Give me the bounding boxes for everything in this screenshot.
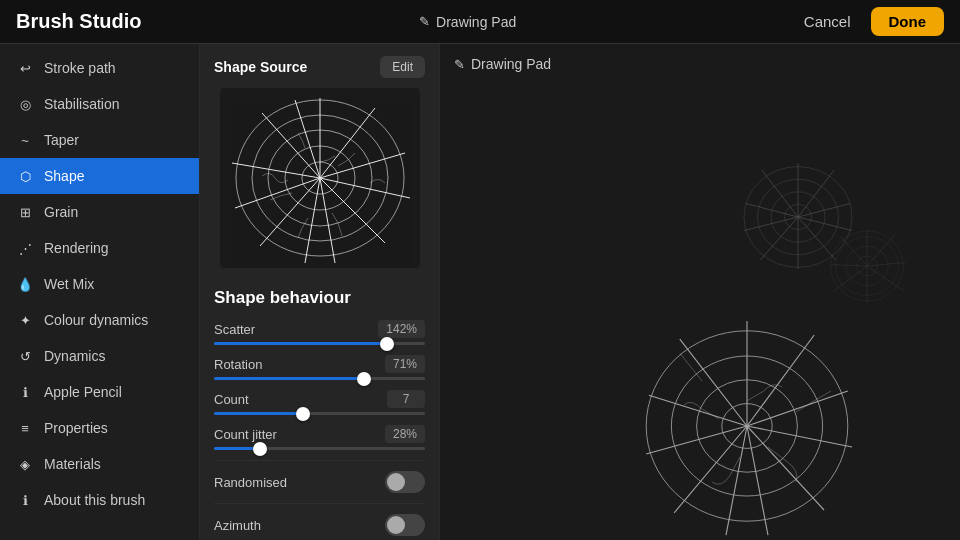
- sidebar-label-properties: Properties: [44, 420, 108, 436]
- svg-line-10: [262, 113, 320, 178]
- toggle-randomised[interactable]: [385, 471, 425, 493]
- control-count: Count 7: [214, 390, 425, 415]
- drawing-pad-label-header: ✎ Drawing Pad: [419, 14, 516, 30]
- svg-line-1: [320, 108, 375, 178]
- shape-source-panel: Shape Source Edit: [200, 44, 440, 540]
- sidebar-item-stabilisation[interactable]: ◎ Stabilisation: [0, 86, 199, 122]
- done-button[interactable]: Done: [871, 7, 945, 36]
- control-label-scatter: Scatter: [214, 322, 255, 337]
- svg-line-40: [649, 395, 747, 426]
- sidebar-label-apple-pencil: Apple Pencil: [44, 384, 122, 400]
- main-layout: ↩ Stroke path ◎ Stabilisation ~ Taper ⬡ …: [0, 44, 960, 540]
- control-value-rotation: 71%: [385, 355, 425, 373]
- control-label-row-rotation: Rotation 71%: [214, 355, 425, 373]
- toggle-knob-azimuth: [387, 516, 405, 534]
- slider-thumb-count[interactable]: [296, 407, 310, 421]
- control-scatter: Scatter 142%: [214, 320, 425, 345]
- sidebar-item-stroke-path[interactable]: ↩ Stroke path: [0, 50, 199, 86]
- drawing-pad[interactable]: ✎ Drawing Pad: [440, 44, 960, 540]
- svg-line-49: [867, 266, 903, 291]
- sidebar-item-properties[interactable]: ≡ Properties: [0, 410, 199, 446]
- shape-behaviour-section: Shape behaviour Scatter 142% Rotation 71…: [200, 278, 439, 540]
- sidebar-label-about: About this brush: [44, 492, 145, 508]
- svg-line-41: [680, 339, 747, 426]
- toggle-row-randomised: Randomised: [214, 460, 425, 503]
- drawing-pad-label: ✎ Drawing Pad: [454, 56, 551, 72]
- sidebar-item-shape[interactable]: ⬡ Shape: [0, 158, 199, 194]
- sidebar: ↩ Stroke path ◎ Stabilisation ~ Taper ⬡ …: [0, 44, 200, 540]
- svg-line-47: [867, 235, 895, 267]
- control-label-rotation: Rotation: [214, 357, 262, 372]
- drawing-pad-canvas: [440, 44, 960, 540]
- control-value-scatter: 142%: [378, 320, 425, 338]
- edit-button[interactable]: Edit: [380, 56, 425, 78]
- slider-track-count[interactable]: [214, 412, 425, 415]
- sidebar-label-colour-dynamics: Colour dynamics: [44, 312, 148, 328]
- header-actions: Cancel Done: [794, 7, 944, 36]
- sidebar-icon-shape: ⬡: [16, 167, 34, 185]
- sidebar-icon-taper: ~: [16, 131, 34, 149]
- sidebar-icon-colour-dynamics: ✦: [16, 311, 34, 329]
- control-label-count: Count: [214, 392, 249, 407]
- sidebar-label-dynamics: Dynamics: [44, 348, 105, 364]
- toggle-azimuth[interactable]: [385, 514, 425, 536]
- control-rotation: Rotation 71%: [214, 355, 425, 380]
- control-value-count-jitter: 28%: [385, 425, 425, 443]
- control-count-jitter: Count jitter 28%: [214, 425, 425, 450]
- sidebar-item-colour-dynamics[interactable]: ✦ Colour dynamics: [0, 302, 199, 338]
- sidebar-icon-properties: ≡: [16, 419, 34, 437]
- toggle-row-azimuth: Azimuth: [214, 503, 425, 540]
- edit-pad-icon: ✎: [419, 14, 430, 29]
- sidebar-item-materials[interactable]: ◈ Materials: [0, 446, 199, 482]
- sidebar-item-dynamics[interactable]: ↺ Dynamics: [0, 338, 199, 374]
- sidebar-icon-materials: ◈: [16, 455, 34, 473]
- svg-line-53: [840, 237, 867, 266]
- shape-source-title: Shape Source: [214, 59, 307, 75]
- svg-line-9: [232, 163, 320, 178]
- slider-track-rotation[interactable]: [214, 377, 425, 380]
- toggle-label-randomised: Randomised: [214, 475, 287, 490]
- sidebar-item-about[interactable]: ℹ About this brush: [0, 482, 199, 518]
- sidebar-icon-dynamics: ↺: [16, 347, 34, 365]
- cancel-button[interactable]: Cancel: [794, 9, 861, 34]
- slider-track-scatter[interactable]: [214, 342, 425, 345]
- slider-fill-count: [214, 412, 303, 415]
- sidebar-label-taper: Taper: [44, 132, 79, 148]
- sidebar-icon-stroke-path: ↩: [16, 59, 34, 77]
- sidebar-item-apple-pencil[interactable]: ℹ Apple Pencil: [0, 374, 199, 410]
- sidebar-label-rendering: Rendering: [44, 240, 109, 256]
- svg-line-38: [674, 426, 747, 513]
- slider-track-count-jitter[interactable]: [214, 447, 425, 450]
- control-label-row-scatter: Scatter 142%: [214, 320, 425, 338]
- slider-thumb-scatter[interactable]: [380, 337, 394, 351]
- sidebar-icon-grain: ⊞: [16, 203, 34, 221]
- control-value-count: 7: [387, 390, 425, 408]
- sidebar-label-stroke-path: Stroke path: [44, 60, 116, 76]
- svg-line-26: [762, 170, 798, 217]
- sidebar-item-grain[interactable]: ⊞ Grain: [0, 194, 199, 230]
- sidebar-icon-apple-pencil: ℹ: [16, 383, 34, 401]
- shape-behaviour-title: Shape behaviour: [214, 288, 425, 308]
- sidebar-item-taper[interactable]: ~ Taper: [0, 122, 199, 158]
- sidebar-icon-about: ℹ: [16, 491, 34, 509]
- sidebar-item-wet-mix[interactable]: 💧 Wet Mix: [0, 266, 199, 302]
- shape-source-header: Shape Source Edit: [200, 44, 439, 88]
- sidebar-label-stabilisation: Stabilisation: [44, 96, 120, 112]
- shape-preview-image: [220, 88, 420, 268]
- slider-thumb-count-jitter[interactable]: [253, 442, 267, 456]
- toggle-label-azimuth: Azimuth: [214, 518, 261, 533]
- control-label-count-jitter: Count jitter: [214, 427, 277, 442]
- svg-line-23: [760, 217, 798, 260]
- sidebar-label-shape: Shape: [44, 168, 84, 184]
- svg-line-52: [831, 265, 867, 266]
- drawing-pad-icon: ✎: [454, 57, 465, 72]
- sidebar-label-materials: Materials: [44, 456, 101, 472]
- app-title: Brush Studio: [16, 10, 142, 33]
- svg-line-6: [305, 178, 320, 263]
- slider-fill-scatter: [214, 342, 387, 345]
- svg-line-36: [747, 426, 768, 535]
- sidebar-item-rendering[interactable]: ⋰ Rendering: [0, 230, 199, 266]
- slider-fill-rotation: [214, 377, 364, 380]
- sidebar-icon-wet-mix: 💧: [16, 275, 34, 293]
- slider-thumb-rotation[interactable]: [357, 372, 371, 386]
